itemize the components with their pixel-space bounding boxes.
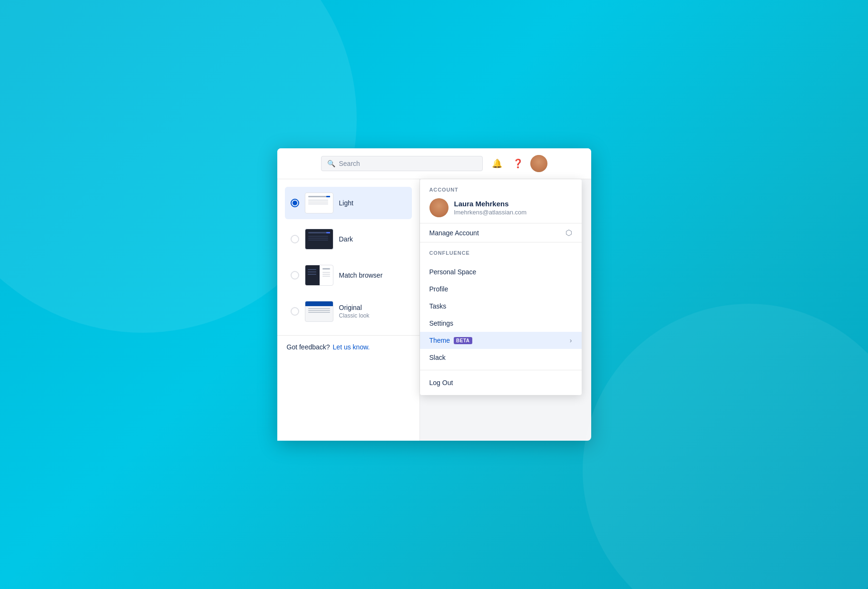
menu-item-slack[interactable]: Slack: [420, 349, 582, 366]
feedback-bar: Got feedback? Let us know.: [277, 335, 419, 358]
menu-item-tasks[interactable]: Tasks: [420, 298, 582, 315]
radio-light: [291, 199, 299, 207]
menu-item-theme[interactable]: Theme BETA ›: [420, 332, 582, 349]
logout-label: Log Out: [429, 379, 453, 386]
radio-dark: [291, 235, 299, 243]
thumbnail-light: [305, 193, 333, 213]
manage-account-label: Manage Account: [429, 229, 479, 237]
thumbnail-dark: [305, 229, 333, 250]
theme-label-light: Light: [339, 199, 353, 207]
top-bar-icons: 🔔 ❓: [488, 155, 547, 172]
theme-list: Light Dark: [277, 179, 419, 335]
personal-space-label: Personal Space: [429, 268, 477, 276]
account-section: ACCOUNT Laura Mehrkens lmehrkens@atlassi…: [420, 179, 582, 223]
theme-item-left: Theme BETA: [429, 337, 472, 344]
top-bar: 🔍 Search 🔔 ❓: [277, 148, 591, 179]
thumb-dark-bar: [326, 232, 330, 233]
account-section-label: ACCOUNT: [429, 187, 572, 193]
confluence-section-label: CONFLUENCE: [429, 250, 572, 256]
profile-label: Profile: [429, 285, 449, 293]
theme-label-dark: Dark: [339, 235, 353, 243]
account-name: Laura Mehrkens: [454, 200, 527, 208]
thumbnail-original: [305, 301, 333, 322]
theme-item-light[interactable]: Light: [285, 187, 412, 219]
settings-label: Settings: [429, 319, 454, 327]
menu-item-settings[interactable]: Settings: [420, 315, 582, 332]
theme-item-match-browser[interactable]: Match browser: [285, 259, 412, 291]
notification-bell-icon[interactable]: 🔔: [488, 155, 506, 172]
menu-item-profile[interactable]: Profile: [420, 280, 582, 298]
user-avatar-button[interactable]: [530, 155, 547, 172]
content-area: Light Dark: [277, 179, 591, 441]
app-window: 🔍 Search 🔔 ❓: [277, 148, 591, 441]
avatar-face: [530, 155, 547, 172]
chevron-right-icon: ›: [570, 337, 572, 344]
radio-inner-light: [293, 201, 297, 205]
account-avatar: [429, 198, 449, 217]
theme-label-original: Original Classic look: [339, 304, 370, 319]
theme-label: Theme: [429, 337, 450, 344]
account-email: lmehrkens@atlassian.com: [454, 209, 527, 216]
feedback-text: Got feedback?: [287, 343, 330, 351]
dropdown-menu: ACCOUNT Laura Mehrkens lmehrkens@atlassi…: [420, 179, 582, 395]
manage-account-item[interactable]: Manage Account ⬡: [420, 223, 582, 242]
menu-item-personal-space[interactable]: Personal Space: [420, 263, 582, 280]
beta-badge: BETA: [454, 337, 472, 344]
theme-panel: Light Dark: [277, 179, 420, 441]
thumbnail-match-browser: [305, 265, 333, 286]
radio-original: [291, 307, 299, 316]
menu-item-logout[interactable]: Log Out: [420, 374, 582, 391]
search-box[interactable]: 🔍 Search: [321, 156, 483, 171]
theme-item-dark[interactable]: Dark: [285, 223, 412, 255]
feedback-link[interactable]: Let us know.: [333, 343, 370, 351]
slack-label: Slack: [429, 354, 446, 361]
tasks-label: Tasks: [429, 302, 447, 310]
help-icon[interactable]: ❓: [509, 155, 527, 172]
account-avatar-face: [429, 198, 449, 217]
confluence-section: CONFLUENCE Personal Space Profile Tasks …: [420, 242, 582, 370]
search-icon: 🔍: [327, 160, 335, 167]
external-link-icon: ⬡: [566, 228, 572, 237]
account-info: Laura Mehrkens lmehrkens@atlassian.com: [429, 198, 572, 217]
search-input-placeholder: Search: [339, 160, 360, 167]
radio-match-browser: [291, 271, 299, 280]
theme-label-match-browser: Match browser: [339, 271, 383, 279]
thumb-match-lines: [308, 269, 316, 276]
theme-item-original[interactable]: Original Classic look: [285, 295, 412, 328]
thumb-blue-bar: [326, 196, 330, 197]
account-details: Laura Mehrkens lmehrkens@atlassian.com: [454, 200, 527, 216]
logout-section: Log Out: [420, 370, 582, 395]
